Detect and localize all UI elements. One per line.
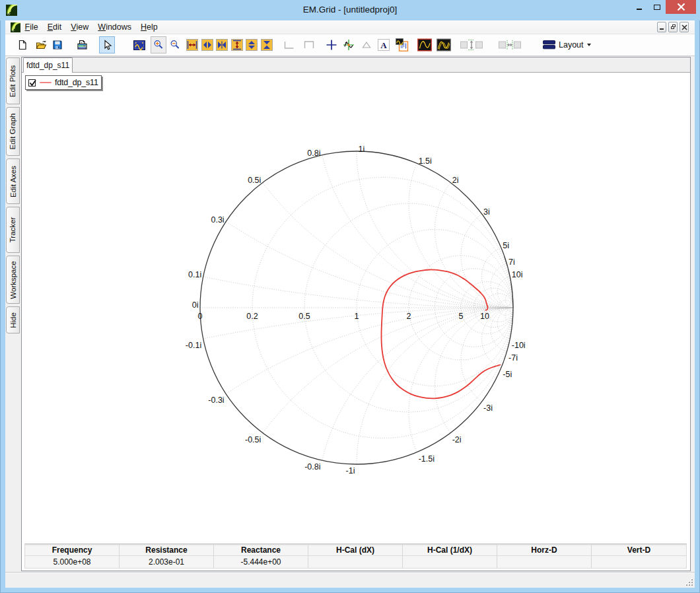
layout-label: Layout: [559, 40, 584, 50]
svg-text:0.3i: 0.3i: [211, 215, 224, 225]
maximize-button[interactable]: [650, 3, 664, 15]
tracker-column-header: Resistance: [120, 544, 214, 555]
axes-corner-button[interactable]: [281, 36, 297, 53]
sidebar-tab-tracker[interactable]: Tracker: [6, 207, 20, 253]
svg-text:-0.5i: -0.5i: [245, 435, 261, 444]
menu-file[interactable]: File: [20, 20, 42, 34]
tracker-button[interactable]: [341, 36, 357, 53]
text-label-button[interactable]: A: [376, 36, 392, 53]
open-button[interactable]: [33, 36, 49, 53]
document-tab[interactable]: fdtd_dp_s11: [23, 57, 73, 73]
sidebar-tab-workspace[interactable]: Workspace: [6, 256, 20, 304]
zoom-out-button[interactable]: [167, 36, 183, 53]
single-plot-button[interactable]: [417, 36, 433, 53]
status-bar: [5, 572, 695, 588]
menu-windows[interactable]: Windows: [94, 20, 136, 34]
smith-chart: 00.20.5125100i0.1i0.3i0.5i0.8i1i1.5i2i3i…: [22, 73, 690, 543]
svg-text:0.5: 0.5: [298, 312, 310, 321]
close-icon: [677, 3, 685, 11]
sidebar-tab-edit-axes[interactable]: Edit Axes: [6, 158, 20, 204]
svg-text:0.5i: 0.5i: [248, 176, 261, 185]
svg-text:0.1i: 0.1i: [188, 270, 201, 279]
svg-text:0.2: 0.2: [246, 312, 258, 321]
tracker-column-header: Reactance: [214, 544, 308, 555]
save-button[interactable]: [50, 36, 65, 53]
tracker-column-header: H-Cal (1/dX): [403, 544, 497, 555]
shrink-y-icon: [246, 39, 258, 51]
legend-label: fdtd_dp_s11: [55, 78, 98, 87]
split-vertical-button[interactable]: [460, 36, 483, 53]
title-bar[interactable]: EM.Grid - [untitledproj0]: [0, 0, 700, 20]
toolbar: A: [5, 34, 695, 56]
shrink-y-button[interactable]: [244, 36, 260, 53]
svg-text:-5i: -5i: [503, 370, 512, 379]
zoom-in-button[interactable]: [151, 36, 166, 53]
center-y-button[interactable]: [259, 36, 275, 53]
axes-box-button[interactable]: [301, 36, 317, 53]
legend-checkbox[interactable]: [28, 79, 36, 87]
mdi-close-button[interactable]: [680, 22, 689, 32]
app-window: EM.Grid - [untitledproj0] File Edit View…: [0, 0, 700, 593]
svg-text:-2i: -2i: [452, 435, 462, 444]
svg-text:10: 10: [480, 312, 489, 321]
minimize-button[interactable]: [633, 4, 646, 15]
pointer-select-button[interactable]: [99, 36, 115, 53]
legend-box[interactable]: fdtd_dp_s11: [25, 75, 102, 90]
axes-box-icon: [303, 40, 315, 50]
svg-text:3i: 3i: [483, 207, 490, 217]
svg-text:0i: 0i: [192, 300, 199, 310]
svg-text:0: 0: [198, 312, 203, 321]
shrink-x-button[interactable]: [199, 36, 215, 53]
menu-help[interactable]: Help: [137, 20, 162, 34]
window-title: EM.Grid - [untitledproj0]: [0, 5, 700, 15]
split-horizontal-icon: [499, 39, 521, 51]
mdi-close-icon: [682, 24, 687, 30]
menu-view[interactable]: View: [67, 20, 93, 34]
tracker-icon: [343, 39, 355, 51]
expand-x-button[interactable]: [184, 36, 200, 53]
sidebar-tab-hide[interactable]: Hide: [6, 306, 20, 333]
svg-text:7i: 7i: [508, 258, 515, 267]
resize-grip[interactable]: [685, 578, 693, 586]
expand-x-icon: [186, 39, 198, 51]
fit-view-icon: [133, 40, 145, 50]
main-area: Edit Plots Edit Graph Edit Axes Tracker …: [5, 56, 695, 572]
sidebar-tab-edit-plots[interactable]: Edit Plots: [6, 57, 20, 104]
tracker-column-header: H-Cal (dX): [308, 544, 403, 555]
svg-text:-0.1i: -0.1i: [186, 341, 201, 350]
legend-line-sample: [40, 82, 52, 84]
mdi-restore-button[interactable]: [668, 22, 678, 32]
close-button[interactable]: [666, 0, 696, 14]
tracker-value-row: 5.000e+082.003e-01-5.444e+00: [25, 556, 686, 568]
center-x-button[interactable]: [214, 36, 230, 53]
pointer-cursor-icon: [102, 40, 112, 51]
split-horizontal-button[interactable]: [498, 36, 522, 53]
sidebar-tab-edit-graph[interactable]: Edit Graph: [6, 107, 20, 156]
tracker-value-cell: [497, 556, 592, 568]
sidebar: Edit Plots Edit Graph Edit Axes Tracker …: [5, 57, 21, 573]
new-button[interactable]: [15, 36, 30, 53]
multi-plot-button[interactable]: [436, 36, 452, 53]
menu-edit[interactable]: Edit: [43, 20, 66, 34]
document-area: fdtd_dp_s11 00.20.5125100i0.1i0.3i0.5i0.…: [21, 57, 691, 571]
svg-text:-1.5i: -1.5i: [419, 454, 435, 464]
new-document-icon: [17, 40, 28, 50]
svg-text:0.8i: 0.8i: [307, 149, 320, 158]
checkmark-icon: [28, 79, 38, 88]
expand-y-button[interactable]: [229, 36, 245, 53]
tracker-value-cell: [592, 556, 686, 568]
marker-triangle-button[interactable]: [359, 36, 374, 53]
marker-triangle-icon: [361, 40, 372, 50]
multi-plot-icon: [437, 38, 451, 52]
fit-view-button[interactable]: [131, 36, 147, 53]
tracker-column-header: Frequency: [25, 544, 120, 555]
mdi-minimize-button[interactable]: [657, 22, 666, 32]
plot-report-button[interactable]: [394, 36, 410, 53]
svg-text:5: 5: [459, 312, 464, 321]
plot-area[interactable]: 00.20.5125100i0.1i0.3i0.5i0.8i1i1.5i2i3i…: [22, 73, 690, 543]
print-button[interactable]: [74, 36, 90, 53]
text-label-icon: A: [378, 39, 390, 51]
tracker-value-cell: 5.000e+08: [25, 556, 120, 568]
layout-dropdown[interactable]: Layout: [543, 36, 591, 53]
crosshair-button[interactable]: [324, 36, 339, 53]
